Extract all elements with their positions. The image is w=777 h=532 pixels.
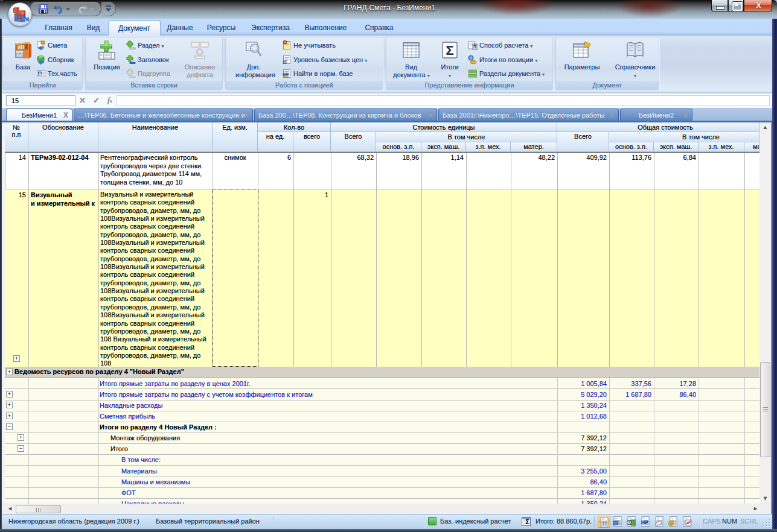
svg-text:Σ: Σ (526, 519, 529, 525)
svg-text:A: A (38, 72, 41, 76)
svg-text:НР: НР (641, 519, 648, 525)
svg-text:?: ? (470, 56, 472, 60)
svg-text:Σ: Σ (446, 43, 453, 58)
